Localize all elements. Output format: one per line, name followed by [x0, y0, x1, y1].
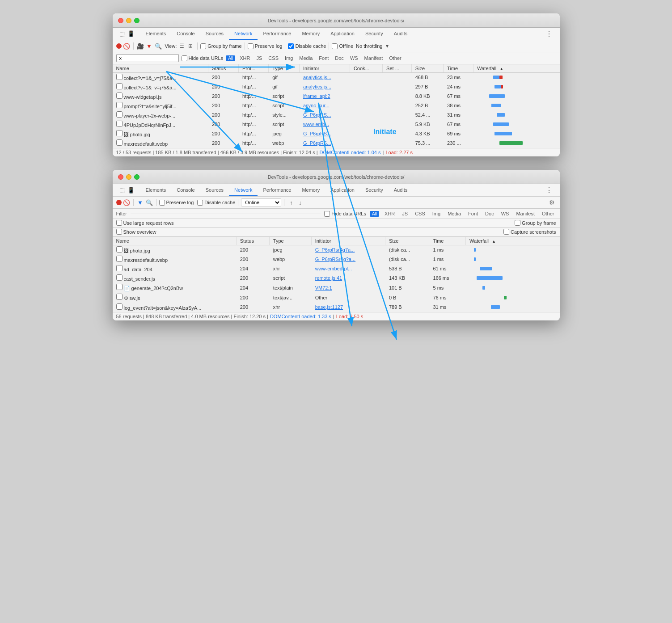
row-checkbox[interactable]	[116, 111, 123, 118]
tab-security-2[interactable]: Security	[360, 185, 389, 196]
col-size-1[interactable]: Size	[411, 64, 443, 73]
row-checkbox[interactable]	[116, 246, 123, 253]
offline-label-1[interactable]: Offline	[332, 43, 353, 49]
export-icon-2[interactable]: ↓	[296, 198, 304, 206]
close-button-2[interactable]	[118, 174, 123, 180]
table-row[interactable]: www-player-2x-webp-... 200 http/... styl…	[113, 110, 560, 120]
filter-js-1[interactable]: JS	[255, 55, 264, 61]
list-view-icon[interactable]: ☰	[178, 42, 186, 50]
col-type-1[interactable]: Type	[269, 64, 300, 73]
row-checkbox[interactable]	[116, 294, 123, 300]
filter-ws-1[interactable]: WS	[348, 55, 360, 61]
maximize-button-1[interactable]	[134, 18, 139, 23]
disable-cache-checkbox-1[interactable]	[288, 43, 294, 49]
row-checkbox[interactable]	[116, 83, 123, 89]
filter-js-2[interactable]: JS	[400, 210, 410, 217]
large-rows-label-2[interactable]: Use large request rows	[116, 220, 174, 226]
filter-other-2[interactable]: Other	[540, 210, 556, 217]
settings-icon-2[interactable]: ⚙	[548, 198, 556, 206]
record-button-1[interactable]	[116, 43, 122, 49]
disable-cache-checkbox-2[interactable]	[197, 200, 203, 206]
row-checkbox[interactable]	[116, 265, 123, 271]
table-row[interactable]: 🖼 photo.jpg 200 http/... jpeg G_P6rpRS..…	[113, 129, 560, 139]
offline-checkbox-1[interactable]	[332, 43, 338, 49]
filter-doc-1[interactable]: Doc	[333, 55, 346, 61]
show-overview-label-2[interactable]: Show overview	[116, 229, 156, 235]
col-time-1[interactable]: Time	[444, 64, 473, 73]
tab-memory-1[interactable]: Memory	[296, 28, 325, 40]
initiator-link[interactable]: iframe_api:2	[303, 93, 330, 99]
col-waterfall-2[interactable]: Waterfall ▲	[466, 237, 560, 245]
import-icon-2[interactable]: ↑	[287, 198, 295, 206]
hide-data-urls-checkbox-2[interactable]	[324, 211, 330, 217]
inspect-icon-2[interactable]: ⬚	[118, 186, 126, 194]
table-row[interactable]: maxresdefault.webp 200 http/... webp G_P…	[113, 139, 560, 148]
tab-sources-1[interactable]: Sources	[200, 28, 229, 40]
initiator-link[interactable]: async_sur...	[303, 103, 330, 108]
tab-network-2[interactable]: Network	[229, 185, 258, 196]
initiator-link[interactable]: www-embed-pl...	[315, 266, 352, 271]
col-status-1[interactable]: Status	[208, 64, 238, 73]
initiator-link[interactable]: analytics.js...	[303, 75, 331, 80]
col-name-1[interactable]: Name	[113, 64, 208, 73]
filter-ws-2[interactable]: WS	[499, 210, 511, 217]
initiator-link[interactable]: G_P6rpRS...	[303, 140, 331, 146]
tab-audits-1[interactable]: Audits	[389, 28, 413, 40]
filter-manifest-2[interactable]: Manifest	[514, 210, 537, 217]
row-checkbox[interactable]	[116, 121, 123, 127]
col-time-2[interactable]: Time	[429, 237, 466, 245]
filter-icon-2[interactable]: ▼	[136, 198, 144, 206]
tab-console-2[interactable]: Console	[171, 185, 200, 196]
table-row[interactable]: ad_data_204 204 xhr www-embed-pl... 538 …	[113, 264, 560, 274]
tab-performance-1[interactable]: Performance	[258, 28, 296, 40]
preserve-log-label-1[interactable]: Preserve log	[248, 43, 283, 49]
col-initiator-1[interactable]: Initiator	[300, 64, 350, 73]
filter-img-2[interactable]: Img	[431, 210, 442, 217]
filter-icon-1[interactable]: ▼	[145, 42, 153, 50]
tab-sources-2[interactable]: Sources	[200, 185, 229, 196]
col-initiator-2[interactable]: Initiator	[311, 237, 385, 245]
more-tabs-icon-2[interactable]: ⋮	[542, 184, 556, 196]
initiator-link[interactable]: VM72:1	[315, 285, 332, 290]
table-row[interactable]: www-widgetapi.js 200 http/... script ifr…	[113, 92, 560, 101]
show-overview-checkbox-2[interactable]	[116, 229, 122, 235]
hide-data-urls-checkbox-1[interactable]	[182, 55, 187, 61]
filter-img-1[interactable]: Img	[283, 55, 295, 61]
device-icon-2[interactable]: 📱	[127, 186, 135, 194]
group-by-frame-checkbox-2[interactable]	[515, 220, 520, 226]
table-row[interactable]: cast_sender.js 200 script remote.js:41 1…	[113, 274, 560, 283]
initiator-link[interactable]: remote.js:41	[315, 275, 342, 281]
tab-console-1[interactable]: Console	[171, 28, 200, 40]
row-checkbox[interactable]	[116, 74, 123, 80]
table-row[interactable]: collect?v=1&_v=j75&a... 200 http/... gif…	[113, 82, 560, 92]
row-checkbox[interactable]	[116, 274, 123, 281]
row-checkbox[interactable]	[116, 256, 123, 262]
filter-other-1[interactable]: Other	[387, 55, 403, 61]
col-name-2[interactable]: Name	[113, 237, 237, 245]
inspect-icon[interactable]: ⬚	[118, 30, 126, 38]
hide-data-urls-label-1[interactable]: Hide data URLs	[182, 55, 224, 61]
group-by-frame-label-1[interactable]: Group by frame	[200, 43, 241, 49]
table-row[interactable]: collect?v=1&_v=j75&a... 200 http/... gif…	[113, 73, 560, 82]
row-checkbox[interactable]	[116, 102, 123, 108]
table-row[interactable]: ⚙ sw.js 200 text/jav... Other 0 B 76 ms	[113, 293, 560, 303]
filter-input-1[interactable]	[116, 54, 179, 62]
filter-all-badge-2[interactable]: All	[370, 211, 379, 217]
throttling-dropdown-icon[interactable]: ▾	[383, 42, 391, 50]
tab-performance-2[interactable]: Performance	[258, 185, 296, 196]
maximize-button-2[interactable]	[134, 174, 139, 180]
large-rows-checkbox-2[interactable]	[116, 220, 122, 226]
close-button-1[interactable]	[118, 18, 123, 23]
disable-cache-label-2[interactable]: Disable cache	[197, 200, 235, 206]
search-icon-1[interactable]: 🔍	[154, 42, 162, 50]
col-cookie-1[interactable]: Cook...	[350, 64, 382, 73]
record-button-2[interactable]	[116, 200, 122, 205]
initiator-link[interactable]: G_P6rpRS...	[303, 131, 331, 136]
tab-elements-2[interactable]: Elements	[140, 185, 172, 196]
initiator-link[interactable]: base.js:1127	[315, 304, 343, 310]
tab-network-1[interactable]: Network	[229, 28, 258, 40]
col-type-2[interactable]: Type	[269, 237, 311, 245]
tab-security-1[interactable]: Security	[360, 28, 389, 40]
row-checkbox[interactable]	[116, 284, 123, 290]
row-checkbox[interactable]	[116, 303, 123, 310]
